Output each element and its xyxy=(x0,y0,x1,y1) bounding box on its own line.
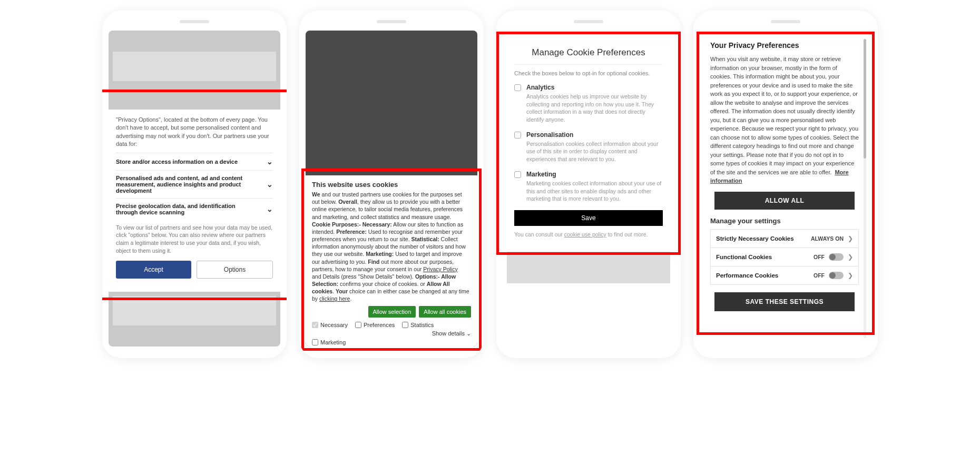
preferences-dialog: Manage Cookie Preferences Check the boxe… xyxy=(503,38,674,245)
intro-text: "Privacy Options", located at the bottom… xyxy=(116,116,273,149)
row-label: Functional Cookies xyxy=(716,254,772,260)
row-label: Performance Cookies xyxy=(716,272,778,279)
clicking-here-link[interactable]: clicking here xyxy=(319,295,350,302)
toggle-switch[interactable] xyxy=(829,253,844,261)
row-state: ALWAYS ON xyxy=(811,235,844,242)
option-label: Personalisation xyxy=(526,131,663,139)
chevron-down-icon: ⌄ xyxy=(466,330,471,337)
consent-dialog: "Privacy Options", located at the bottom… xyxy=(109,110,280,292)
save-button[interactable]: Save xyxy=(514,210,663,226)
dialog-title: Manage Cookie Preferences xyxy=(514,44,663,65)
expandable-row[interactable]: Personalised ads and content, ad and con… xyxy=(116,170,273,198)
chevron-right-icon: ❯ xyxy=(848,235,853,242)
analytics-checkbox[interactable] xyxy=(514,84,521,91)
screen: This website uses cookies We and our tru… xyxy=(306,31,477,347)
phone-mock-3: Manage Cookie Preferences Check the boxe… xyxy=(496,11,681,358)
dialog-intro: Check the boxes below to opt-in for opti… xyxy=(514,70,663,76)
option-row: Analytics Analytics cookies help us impr… xyxy=(514,84,663,124)
row-label: Strictly Necessary Cookies xyxy=(716,235,794,242)
allow-all-button[interactable]: Allow all cookies xyxy=(419,306,471,318)
option-label: Marketing xyxy=(526,171,663,178)
privacy-preferences-dialog: Your Privacy Preferences When you visit … xyxy=(703,34,868,343)
cookie-category-row[interactable]: Performance Cookies OFF ❯ xyxy=(710,266,859,285)
row-state: OFF xyxy=(814,272,825,279)
banner-title: This website uses cookies xyxy=(312,181,471,189)
bg-bar xyxy=(113,52,276,81)
scrollbar[interactable] xyxy=(864,39,866,338)
allow-all-button[interactable]: ALLOW ALL xyxy=(714,192,855,210)
show-details-toggle[interactable]: Show details⌄ xyxy=(432,330,471,337)
screen: Manage Cookie Preferences Check the boxe… xyxy=(503,31,674,347)
phone-speaker xyxy=(377,20,406,23)
dialog-footer: You can consult our cookie use policy to… xyxy=(514,231,663,238)
statistics-checkbox[interactable]: Statistics xyxy=(402,322,434,328)
cookie-banner: This website uses cookies We and our tru… xyxy=(306,175,477,347)
screen: Your Privacy Preferences When you visit … xyxy=(700,31,871,347)
options-button[interactable]: Options xyxy=(197,261,273,279)
phone-mock-4: Your Privacy Preferences When you visit … xyxy=(693,11,878,358)
option-desc: Personalisation cookies collect informat… xyxy=(526,140,663,163)
cookie-policy-link[interactable]: cookie use policy xyxy=(564,231,606,238)
phone-mock-2: This website uses cookies We and our tru… xyxy=(299,11,484,358)
row-label: Precise geolocation data, and identifica… xyxy=(116,203,253,215)
option-desc: Marketing cookies collect information ab… xyxy=(526,180,663,203)
chevron-down-icon: ⌄ xyxy=(267,205,273,213)
preferences-checkbox[interactable]: Preferences xyxy=(355,322,395,328)
phone-speaker xyxy=(574,20,603,23)
option-desc: Analytics cookies help us improve our we… xyxy=(526,93,663,124)
row-label: Store and/or access information on a dev… xyxy=(116,159,238,165)
dialog-title: Your Privacy Preferences xyxy=(710,41,859,50)
manage-heading: Manage your settings xyxy=(710,217,859,225)
allow-selection-button[interactable]: Allow selection xyxy=(368,306,416,318)
toggle-switch[interactable] xyxy=(829,272,844,279)
marketing-checkbox[interactable] xyxy=(514,171,521,178)
chevron-right-icon: ❯ xyxy=(848,253,853,261)
expandable-row[interactable]: Store and/or access information on a dev… xyxy=(116,153,273,170)
option-label: Analytics xyxy=(526,84,663,91)
save-settings-button[interactable]: SAVE THESE SETTINGS xyxy=(714,292,855,311)
row-state: OFF xyxy=(814,254,825,260)
screen: "Privacy Options", located at the bottom… xyxy=(109,31,280,347)
personalisation-checkbox[interactable] xyxy=(514,132,521,139)
chevron-down-icon: ⌄ xyxy=(267,157,273,166)
phone-speaker xyxy=(180,20,209,23)
privacy-policy-link[interactable]: Privacy Policy xyxy=(423,266,457,272)
row-label: Personalised ads and content, ad and con… xyxy=(116,175,253,194)
bg-bar xyxy=(113,296,276,325)
dialog-body: When you visit any website, it may store… xyxy=(710,55,859,185)
marketing-checkbox[interactable]: Marketing xyxy=(312,339,471,345)
bg-bar xyxy=(507,252,670,283)
cookie-category-row[interactable]: Functional Cookies OFF ❯ xyxy=(710,248,859,266)
expandable-row[interactable]: Precise geolocation data, and identifica… xyxy=(116,198,273,220)
chevron-right-icon: ❯ xyxy=(848,272,853,279)
option-row: Marketing Marketing cookies collect info… xyxy=(514,171,663,203)
option-row: Personalisation Personalisation cookies … xyxy=(514,131,663,163)
phone-speaker xyxy=(771,20,800,23)
footer-text: To view our list of partners and see how… xyxy=(116,220,273,261)
cookie-category-row[interactable]: Strictly Necessary Cookies ALWAYS ON ❯ xyxy=(710,229,859,248)
necessary-checkbox[interactable]: Necessary xyxy=(312,322,348,328)
banner-body: We and our trusted partners use cookies … xyxy=(312,191,471,303)
phone-mock-1: "Privacy Options", located at the bottom… xyxy=(102,11,287,358)
chevron-down-icon: ⌄ xyxy=(267,180,273,189)
accept-button[interactable]: Accept xyxy=(116,261,191,279)
